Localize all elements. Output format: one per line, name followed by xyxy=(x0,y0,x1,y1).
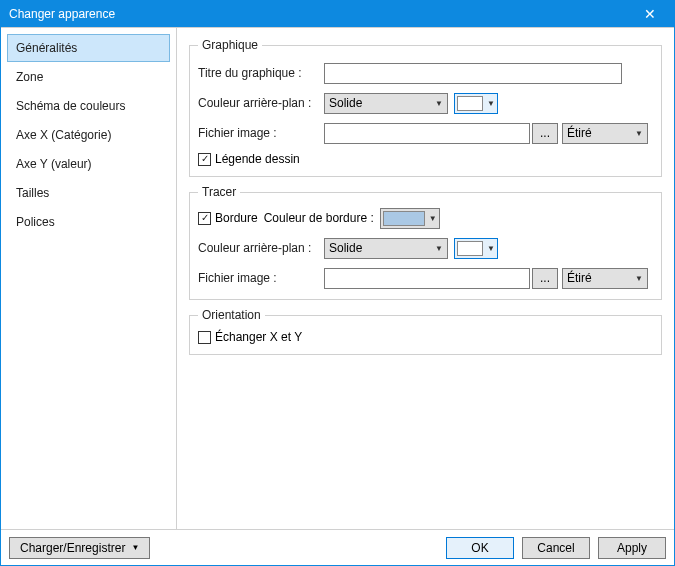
chart-title-input[interactable] xyxy=(324,63,622,84)
content-area: Généralités Zone Schéma de couleurs Axe … xyxy=(1,27,674,529)
load-save-button[interactable]: Charger/Enregistrer ▼ xyxy=(9,537,150,559)
chart-bg-label: Couleur arrière-plan : xyxy=(198,96,324,110)
main-panel: Graphique Titre du graphique : Couleur a… xyxy=(177,28,674,529)
plot-bg-mode-combo[interactable]: Solide ▼ xyxy=(324,238,448,259)
swap-xy-checkbox[interactable] xyxy=(198,331,211,344)
apply-button[interactable]: Apply xyxy=(598,537,666,559)
footer: Charger/Enregistrer ▼ OK Cancel Apply xyxy=(1,529,674,565)
window-title: Changer apparence xyxy=(9,7,115,21)
plot-border-color-picker[interactable]: ▼ xyxy=(380,208,440,229)
titlebar: Changer apparence ✕ xyxy=(1,1,674,27)
group-plot: Tracer ✓ Bordure Couleur de bordure : ▼ … xyxy=(189,185,662,300)
plot-stretch-combo[interactable]: Étiré ▼ xyxy=(562,268,648,289)
sidebar-item-zone[interactable]: Zone xyxy=(7,63,170,91)
chart-title-label: Titre du graphique : xyxy=(198,66,324,80)
plot-file-label: Fichier image : xyxy=(198,271,324,285)
sidebar-item-sizes[interactable]: Tailles xyxy=(7,179,170,207)
chevron-down-icon: ▼ xyxy=(487,99,495,108)
plot-bg-color-picker[interactable]: ▼ xyxy=(454,238,498,259)
chart-stretch-combo[interactable]: Étiré ▼ xyxy=(562,123,648,144)
group-orientation: Orientation Échanger X et Y xyxy=(189,308,662,355)
sidebar: Généralités Zone Schéma de couleurs Axe … xyxy=(1,28,177,529)
group-orient-legend: Orientation xyxy=(198,308,265,322)
sidebar-item-fonts[interactable]: Polices xyxy=(7,208,170,236)
ok-button[interactable]: OK xyxy=(446,537,514,559)
chart-file-input[interactable] xyxy=(324,123,530,144)
group-plot-legend: Tracer xyxy=(198,185,240,199)
chevron-down-icon: ▼ xyxy=(635,274,643,283)
triangle-down-icon: ▼ xyxy=(131,543,139,552)
plot-border-checkbox[interactable]: ✓ xyxy=(198,212,211,225)
chevron-down-icon: ▼ xyxy=(429,214,437,223)
color-swatch-icon xyxy=(457,241,483,256)
chart-bg-mode-combo[interactable]: Solide ▼ xyxy=(324,93,448,114)
plot-border-color-label: Couleur de bordure : xyxy=(264,211,374,225)
chart-bg-color-picker[interactable]: ▼ xyxy=(454,93,498,114)
plot-bg-label: Couleur arrière-plan : xyxy=(198,241,324,255)
chart-legend-checkbox[interactable]: ✓ xyxy=(198,153,211,166)
group-chart-legend: Graphique xyxy=(198,38,262,52)
color-swatch-icon xyxy=(383,211,425,226)
plot-border-cb-label: Bordure xyxy=(215,211,258,225)
plot-file-browse-button[interactable]: ... xyxy=(532,268,558,289)
chevron-down-icon: ▼ xyxy=(635,129,643,138)
chart-file-browse-button[interactable]: ... xyxy=(532,123,558,144)
sidebar-item-colorscheme[interactable]: Schéma de couleurs xyxy=(7,92,170,120)
group-chart: Graphique Titre du graphique : Couleur a… xyxy=(189,38,662,177)
chart-legend-cb-label: Légende dessin xyxy=(215,152,300,166)
chevron-down-icon: ▼ xyxy=(435,244,443,253)
sidebar-item-general[interactable]: Généralités xyxy=(7,34,170,62)
cancel-button[interactable]: Cancel xyxy=(522,537,590,559)
chevron-down-icon: ▼ xyxy=(435,99,443,108)
plot-file-input[interactable] xyxy=(324,268,530,289)
chart-file-label: Fichier image : xyxy=(198,126,324,140)
swap-xy-cb-label: Échanger X et Y xyxy=(215,330,302,344)
sidebar-item-axis-y[interactable]: Axe Y (valeur) xyxy=(7,150,170,178)
close-icon[interactable]: ✕ xyxy=(632,6,668,22)
dialog-window: Changer apparence ✕ Généralités Zone Sch… xyxy=(0,0,675,566)
sidebar-item-axis-x[interactable]: Axe X (Catégorie) xyxy=(7,121,170,149)
color-swatch-icon xyxy=(457,96,483,111)
chevron-down-icon: ▼ xyxy=(487,244,495,253)
